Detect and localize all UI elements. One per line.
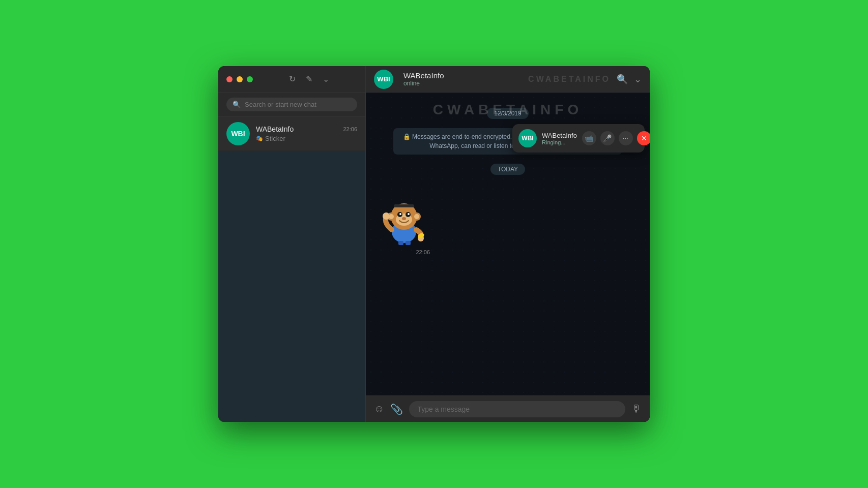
chat-header-avatar: WBI: [374, 70, 393, 89]
top-bar: ↻ ✎ ⌄ WBI WABetaInfo online CWABETAINFO …: [218, 66, 650, 93]
sidebar-header: 🔍: [218, 93, 365, 117]
minimize-button[interactable]: [237, 76, 243, 82]
message-input-bar: ☺ 📎 🎙: [366, 395, 650, 422]
svg-point-6: [414, 214, 419, 219]
message-input[interactable]: [409, 401, 625, 417]
search-icon: 🔍: [233, 101, 241, 108]
close-button[interactable]: [226, 76, 233, 82]
chat-list: WBI WABetaInfo 22:06 🎭 Sticker: [218, 117, 365, 422]
svg-point-13: [383, 212, 390, 220]
svg-point-11: [402, 217, 406, 220]
video-icon: 📹: [585, 134, 593, 142]
chat-header-info: WABetaInfo online: [403, 71, 523, 87]
sidebar: 🔍 WBI WABetaInfo 22:06 🎭 Sticker: [218, 93, 366, 422]
decline-icon: ✕: [641, 134, 647, 142]
header-watermark: CWABETAINFO: [528, 75, 611, 84]
microphone-icon[interactable]: 🎙: [631, 403, 642, 415]
message-time: 22:06: [376, 249, 432, 255]
compose-icon[interactable]: ✎: [306, 74, 312, 84]
search-bar[interactable]: 🔍: [226, 98, 357, 111]
svg-rect-16: [406, 241, 411, 245]
chat-item-time: 22:06: [343, 126, 357, 132]
chevron-down-icon[interactable]: ⌄: [323, 74, 329, 84]
chat-header-actions: CWABETAINFO 🔍 ⌄: [528, 74, 642, 85]
chat-header: WBI WABetaInfo online CWABETAINFO 🔍 ⌄: [366, 66, 650, 92]
call-info: WABetaInfo Ringing...: [542, 132, 577, 145]
call-name: WABetaInfo: [542, 132, 577, 139]
list-item[interactable]: WBI WABetaInfo 22:06 🎭 Sticker: [218, 117, 365, 151]
attach-icon[interactable]: 📎: [390, 403, 403, 415]
search-input[interactable]: [245, 101, 351, 108]
emoji-icon[interactable]: ☺: [374, 403, 384, 415]
sticker-message: 22:06: [376, 190, 432, 255]
more-options-icon[interactable]: ⌄: [634, 74, 642, 85]
messages-list: 22:06: [376, 190, 640, 257]
decline-call-button[interactable]: ✕: [637, 131, 650, 145]
mute-button[interactable]: 🎤: [600, 131, 615, 145]
mic-icon: 🎤: [603, 134, 612, 142]
chat-area: CWABETAINFO 12/3/2019 🔒 Messages are end…: [366, 93, 650, 422]
svg-point-9: [399, 213, 401, 215]
call-actions: 📹 🎤 ··· ✕: [582, 131, 650, 145]
chat-item-name: WABetaInfo: [256, 125, 294, 133]
svg-point-10: [408, 213, 410, 215]
call-avatar: WBI: [518, 129, 537, 147]
svg-rect-12: [394, 204, 414, 207]
more-call-button[interactable]: ···: [619, 131, 633, 145]
refresh-icon[interactable]: ↻: [289, 74, 296, 84]
chat-header-status: online: [403, 80, 523, 87]
traffic-lights: [226, 76, 253, 82]
video-call-button[interactable]: 📹: [582, 131, 596, 145]
more-icon: ···: [623, 136, 628, 141]
top-bar-left: ↻ ✎ ⌄: [218, 66, 366, 92]
avatar: WBI: [226, 122, 250, 145]
search-chat-icon[interactable]: 🔍: [617, 74, 628, 85]
svg-rect-15: [398, 241, 403, 245]
app-window: ↻ ✎ ⌄ WBI WABetaInfo online CWABETAINFO …: [218, 66, 650, 422]
sticker-image: [376, 190, 432, 246]
today-badge: TODAY: [490, 164, 525, 175]
maximize-button[interactable]: [247, 76, 253, 82]
main-content: 🔍 WBI WABetaInfo 22:06 🎭 Sticker: [218, 93, 650, 422]
chat-item-preview: 🎭 Sticker: [256, 135, 357, 142]
call-notification: WBI WABetaInfo Ringing... 📹 🎤 ···: [512, 124, 645, 152]
chat-item-details: WABetaInfo 22:06 🎭 Sticker: [256, 125, 357, 142]
call-status: Ringing...: [542, 139, 577, 145]
chat-item-header: WABetaInfo 22:06: [256, 125, 357, 133]
chat-header-name: WABetaInfo: [403, 71, 523, 80]
date-badge: 12/3/2019: [487, 108, 528, 119]
